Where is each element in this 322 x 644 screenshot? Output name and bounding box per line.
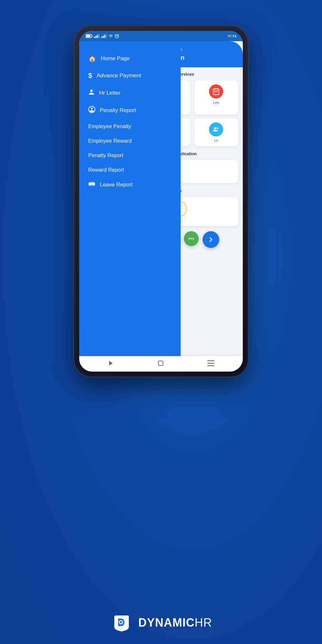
svg-rect-52 bbox=[207, 365, 214, 366]
square-icon bbox=[157, 360, 164, 366]
loans-label: Lo bbox=[214, 138, 218, 142]
alarm-icon bbox=[115, 34, 119, 38]
svg-point-47 bbox=[192, 238, 194, 239]
signal1-icon bbox=[94, 34, 100, 38]
next-fab-button[interactable] bbox=[203, 231, 219, 248]
logo-dynamic: DYNAMIC bbox=[138, 616, 195, 629]
svg-rect-49 bbox=[158, 361, 163, 365]
battery-icon bbox=[86, 34, 93, 38]
svg-rect-31 bbox=[217, 92, 218, 93]
sidebar-item-employee-reward[interactable]: Employee Reward bbox=[79, 134, 181, 148]
svg-rect-5 bbox=[97, 35, 98, 38]
sofa-icon bbox=[88, 181, 95, 188]
sidebar-item-employee-reward-label: Employee Reward bbox=[88, 138, 132, 144]
svg-rect-10 bbox=[106, 34, 107, 38]
status-bar: ١٢:٢٨ bbox=[79, 31, 243, 41]
more-icon bbox=[188, 235, 194, 242]
svg-point-37 bbox=[214, 127, 216, 129]
svg-marker-48 bbox=[109, 361, 113, 365]
sidebar-item-home-label: Home Page bbox=[101, 55, 130, 62]
sidebar-item-penalty-report[interactable]: Penalty Report bbox=[79, 148, 181, 163]
svg-rect-50 bbox=[207, 360, 214, 361]
service-leave[interactable]: Lea bbox=[194, 80, 238, 115]
sidebar-item-advance-label: Advance Payment bbox=[97, 72, 141, 79]
wifi-icon bbox=[108, 34, 113, 38]
logo-section: DYNAMICHR bbox=[110, 611, 212, 634]
svg-rect-2 bbox=[92, 35, 92, 37]
svg-point-45 bbox=[188, 238, 190, 239]
sidebar-item-penalty-report-label: Penalty Report bbox=[88, 152, 123, 158]
svg-rect-7 bbox=[101, 37, 102, 38]
status-time: ١٢:٢٨ bbox=[227, 34, 236, 38]
leave-label: Lea bbox=[213, 100, 219, 104]
sidebar-item-hr-label: Hr Letter bbox=[99, 90, 120, 96]
sidebar-item-employee-penalty-label: Employee Penalty bbox=[88, 123, 131, 129]
more-fab-button[interactable] bbox=[184, 231, 199, 246]
svg-line-14 bbox=[115, 34, 116, 35]
phone-mockup: ١٢:٢٨ 🏠 Home Page $ Advance Payment bbox=[74, 26, 248, 377]
sidebar-item-advance-payment[interactable]: $ Advance Payment bbox=[79, 67, 181, 84]
chevron-right-icon bbox=[208, 236, 214, 243]
sidebar-item-leave-report[interactable]: Leave Report bbox=[79, 177, 181, 192]
svg-line-15 bbox=[118, 34, 119, 35]
svg-rect-8 bbox=[103, 36, 104, 38]
home-button[interactable] bbox=[157, 360, 164, 368]
logo-hr: HR bbox=[195, 616, 212, 629]
svg-rect-4 bbox=[96, 36, 97, 38]
person-icon bbox=[88, 89, 95, 97]
svg-rect-22 bbox=[90, 185, 91, 186]
menu-icon bbox=[207, 360, 214, 366]
svg-rect-3 bbox=[94, 37, 95, 38]
sidebar-item-penalty-label: Penalty Report bbox=[100, 107, 136, 114]
leave-icon-circle bbox=[209, 84, 223, 99]
svg-rect-24 bbox=[89, 182, 94, 184]
home-icon: 🏠 bbox=[88, 55, 96, 62]
dollar-icon: $ bbox=[88, 71, 92, 80]
svg-rect-6 bbox=[99, 34, 99, 38]
svg-point-18 bbox=[91, 108, 93, 109]
status-bar-left bbox=[86, 34, 119, 38]
account-circle-icon bbox=[88, 106, 95, 115]
loans-icon bbox=[212, 126, 220, 133]
svg-point-46 bbox=[190, 238, 192, 239]
svg-rect-30 bbox=[214, 92, 215, 93]
sidebar-item-penalty-report-main[interactable]: Penalty Report bbox=[79, 101, 181, 119]
svg-rect-1 bbox=[86, 35, 90, 37]
back-button[interactable] bbox=[108, 360, 114, 368]
sidebar-item-leave-report-label: Leave Report bbox=[100, 182, 133, 188]
nav-drawer: 🏠 Home Page $ Advance Payment Hr Letter bbox=[79, 41, 181, 356]
phone-outer-shell: ١٢:٢٨ 🏠 Home Page $ Advance Payment bbox=[74, 26, 248, 377]
menu-button[interactable] bbox=[207, 360, 214, 368]
sidebar-item-employee-penalty[interactable]: Employee Penalty bbox=[79, 119, 181, 134]
svg-point-38 bbox=[216, 127, 218, 129]
logo-text: DYNAMICHR bbox=[138, 616, 212, 630]
sidebar-item-home[interactable]: 🏠 Home Page bbox=[79, 50, 181, 67]
sidebar-item-reward-report-label: Reward Report bbox=[88, 167, 124, 173]
service-loans[interactable]: Lo bbox=[194, 118, 238, 146]
sidebar-item-reward-report[interactable]: Reward Report bbox=[79, 163, 181, 177]
signal2-icon bbox=[101, 34, 107, 38]
sidebar-item-hr-letter[interactable]: Hr Letter bbox=[79, 84, 181, 101]
play-icon bbox=[108, 360, 114, 366]
phone-screen: ١٢:٢٨ 🏠 Home Page $ Advance Payment bbox=[79, 31, 243, 372]
dynamichr-logo-icon bbox=[110, 611, 133, 634]
leave-icon bbox=[212, 88, 220, 95]
svg-rect-23 bbox=[93, 185, 94, 186]
svg-rect-51 bbox=[207, 363, 214, 364]
svg-rect-9 bbox=[104, 35, 105, 38]
svg-rect-26 bbox=[213, 89, 219, 95]
loans-icon-circle bbox=[209, 122, 223, 137]
svg-point-16 bbox=[90, 90, 93, 92]
svg-point-54 bbox=[120, 621, 122, 623]
bottom-nav bbox=[79, 356, 243, 372]
